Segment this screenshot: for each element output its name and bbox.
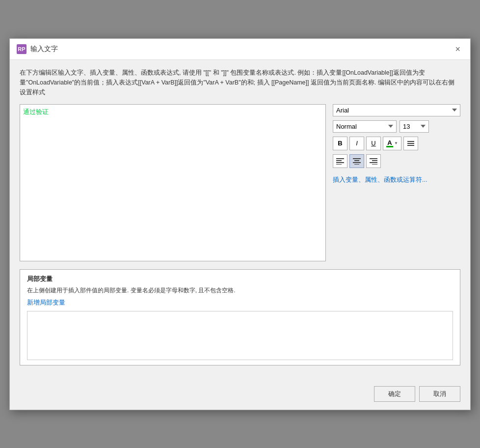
editor-row: 通过验证 Arial SimHei Times New Roman Normal: [20, 104, 460, 261]
local-vars-title: 局部变量: [27, 275, 453, 283]
underline-button[interactable]: U: [366, 137, 381, 150]
close-button[interactable]: ×: [452, 44, 463, 55]
align-center-icon: [353, 158, 361, 165]
size-select[interactable]: 8 9 10 11 12 13 14 16 18 20 24: [400, 120, 429, 133]
align-row: [333, 154, 460, 168]
description-text: 在下方编辑区输入文字、插入变量、属性、函数或表达式, 请使用 "[[" 和 "]…: [20, 68, 460, 97]
dialog-title: 输入文字: [30, 45, 58, 54]
align-left-icon: [336, 158, 344, 165]
title-bar: RP 输入文字 ×: [10, 39, 470, 60]
italic-button[interactable]: I: [349, 137, 364, 150]
title-bar-left: RP 输入文字: [17, 44, 58, 54]
input-text-dialog: RP 输入文字 × 在下方编辑区输入文字、插入变量、属性、函数或表达式, 请使用…: [9, 38, 471, 410]
list-button[interactable]: [403, 137, 418, 150]
add-local-var-link[interactable]: 新增局部变量: [27, 299, 65, 307]
dialog-body: 在下方编辑区输入文字、插入变量、属性、函数或表达式, 请使用 "[[" 和 "]…: [10, 60, 470, 381]
bold-button[interactable]: B: [333, 137, 347, 150]
color-a-label: A: [387, 140, 392, 146]
format-buttons: B I U A ▼: [333, 137, 418, 150]
align-left-button[interactable]: [333, 154, 347, 168]
text-editor-input[interactable]: 通过验证: [23, 108, 322, 258]
local-vars-description: 在上侧创建用于插入部件值的局部变量. 变量名必须是字母和数字, 且不包含空格.: [27, 286, 453, 295]
align-right-icon: [370, 158, 377, 165]
dialog-footer: 确定 取消: [10, 381, 470, 410]
local-vars-table: [27, 311, 453, 360]
list-icon: [407, 141, 414, 146]
font-select[interactable]: Arial SimHei Times New Roman: [333, 104, 460, 116]
align-center-button[interactable]: [349, 154, 364, 168]
format-panel: Arial SimHei Times New Roman Normal Bold…: [333, 104, 460, 261]
style-select[interactable]: Normal Bold Italic Bold Italic: [333, 120, 397, 133]
ok-button[interactable]: 确定: [374, 386, 415, 402]
cancel-button[interactable]: 取消: [419, 386, 460, 402]
align-buttons: [333, 154, 381, 168]
color-button[interactable]: A ▼: [383, 137, 401, 150]
color-bar: [386, 146, 393, 147]
local-vars-section: 局部变量 在上侧创建用于插入部件值的局部变量. 变量名必须是字母和数字, 且不包…: [20, 269, 460, 365]
font-row: Arial SimHei Times New Roman: [333, 104, 460, 116]
formatting-buttons-row: B I U A ▼: [333, 137, 460, 150]
app-icon: RP: [17, 44, 27, 54]
color-indicator: A: [386, 140, 393, 147]
color-dropdown-icon: ▼: [394, 141, 398, 145]
text-editor-container: 通过验证: [20, 104, 326, 261]
insert-variable-link[interactable]: 插入变量、属性、函数或运算符...: [333, 176, 460, 184]
align-right-button[interactable]: [366, 154, 381, 168]
style-size-row: Normal Bold Italic Bold Italic 8 9 10 11…: [333, 120, 460, 133]
